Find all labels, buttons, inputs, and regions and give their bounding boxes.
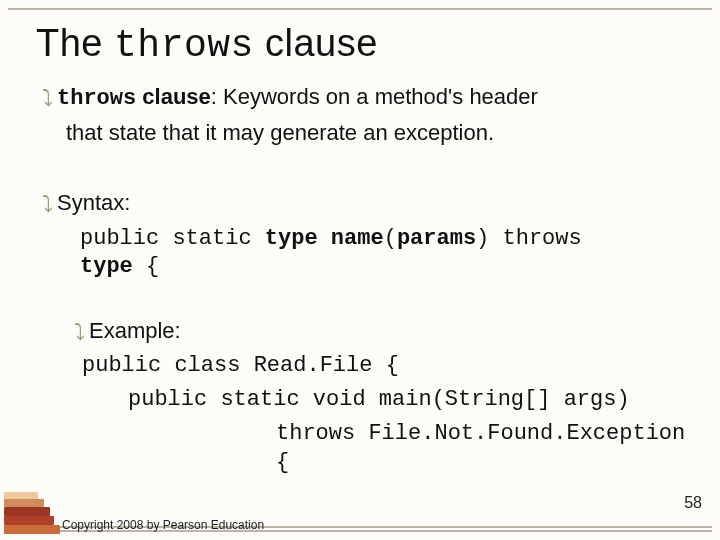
definition-term-post: clause <box>136 84 211 109</box>
definition-rest-1: : Keywords on a method's header <box>211 84 538 109</box>
syntax-params: params <box>397 226 476 251</box>
syntax-throws: throws <box>503 226 582 251</box>
syntax-type2: type <box>80 254 133 279</box>
definition-line2: that state that it may generate an excep… <box>66 119 690 147</box>
page-number: 58 <box>684 494 702 512</box>
syntax-code: public static type name(params) throws t… <box>80 225 690 281</box>
example-line3: throws File.Not.Found.Exception { <box>276 420 690 476</box>
syntax-brace: { <box>133 254 159 279</box>
example-bullet: ⤵Example: <box>74 317 690 346</box>
copyright-text: Copyright 2008 by Pearson Education <box>62 518 264 532</box>
example-line1: public class Read.File { <box>82 352 690 380</box>
syntax-type1: type <box>265 226 318 251</box>
syntax-pre: public static <box>80 226 265 251</box>
syntax-bullet: ⤵Syntax: <box>42 189 690 218</box>
definition-bullet: ⤵throws clause: Keywords on a method's h… <box>42 83 690 113</box>
syntax-popen: ( <box>384 226 397 251</box>
example-line2: public static void main(String[] args) <box>128 386 690 414</box>
leaf-icon: ⤵ <box>42 190 53 218</box>
title-code: throws <box>114 24 254 67</box>
syntax-sep1 <box>318 226 331 251</box>
syntax-pclose: ) <box>476 226 489 251</box>
definition-term-code: throws <box>57 86 136 111</box>
leaf-icon: ⤵ <box>74 318 85 346</box>
slide-frame: The throws clause ⤵throws clause: Keywor… <box>8 8 712 532</box>
books-icon <box>4 488 58 534</box>
syntax-name: name <box>331 226 384 251</box>
syntax-sep2 <box>489 226 502 251</box>
title-post: clause <box>254 22 378 64</box>
title-pre: The <box>36 22 114 64</box>
leaf-icon: ⤵ <box>42 84 53 112</box>
slide-title: The throws clause <box>36 22 690 67</box>
example-label: Example: <box>89 318 181 343</box>
syntax-label: Syntax: <box>57 190 130 215</box>
